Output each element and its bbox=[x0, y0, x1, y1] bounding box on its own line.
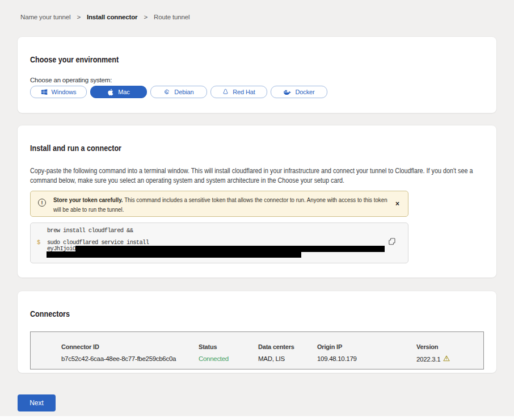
code-line-brew: brew install cloudflared && bbox=[47, 227, 133, 234]
install-connector-card: Install and run a connector Copy-paste t… bbox=[18, 125, 496, 278]
install-command-code-block: brew install cloudflared && $ sudo cloud… bbox=[30, 222, 408, 263]
column-header-connector-id: Connector ID bbox=[61, 343, 199, 350]
warning-text-line2: will be able to run the tunnel. bbox=[53, 205, 124, 215]
connectors-card: Connectors Connector ID Status Data cent… bbox=[18, 291, 496, 373]
close-icon[interactable]: × bbox=[395, 200, 399, 207]
install-description-line2: command below, make sure you select an o… bbox=[30, 176, 344, 186]
warning-text-line1: This command includes a sensitive token … bbox=[123, 196, 387, 203]
redacted-token-bar bbox=[75, 246, 385, 252]
choose-environment-card: Choose your environment Choose an operat… bbox=[18, 37, 496, 113]
breadcrumb-separator: > bbox=[77, 14, 81, 20]
breadcrumb-step-route-tunnel[interactable]: Route tunnel bbox=[154, 14, 189, 20]
windows-icon bbox=[41, 89, 48, 95]
environment-card-title: Choose your environment bbox=[30, 54, 484, 64]
install-card-title: Install and run a connector bbox=[30, 143, 484, 153]
os-button-label: Mac bbox=[118, 89, 129, 95]
breadcrumb-step-install-connector[interactable]: Install connector bbox=[87, 14, 137, 20]
install-card-title-text: Install and run a connector bbox=[30, 143, 121, 153]
column-header-version: Version bbox=[416, 343, 472, 350]
breadcrumb: Name your tunnel > Install connector > R… bbox=[0, 0, 514, 20]
os-button-label: Docker bbox=[295, 89, 314, 95]
docker-icon bbox=[283, 89, 291, 95]
column-header-data-centers: Data centers bbox=[258, 343, 317, 350]
redhat-icon bbox=[222, 89, 229, 95]
version-value: 2022.3.1 bbox=[416, 355, 472, 363]
column-header-status: Status bbox=[199, 343, 258, 350]
os-button-mac[interactable]: Mac bbox=[90, 86, 147, 98]
connector-id-value: b7c52c42-6caa-48ee-8c77-fbe259cb6c0a bbox=[61, 355, 199, 363]
os-button-label: Debian bbox=[174, 89, 193, 95]
origin-ip-value: 109.48.10.179 bbox=[317, 355, 416, 363]
alert-circle-icon: ! bbox=[38, 199, 46, 207]
copy-icon[interactable] bbox=[389, 238, 395, 247]
os-button-row: Windows Mac Debian Red Hat Docker bbox=[30, 86, 484, 98]
os-button-label: Windows bbox=[52, 89, 77, 95]
connectors-card-title: Connectors bbox=[30, 309, 484, 318]
column-header-origin-ip: Origin IP bbox=[317, 343, 416, 350]
breadcrumb-separator: > bbox=[144, 14, 148, 20]
shell-prompt: $ bbox=[37, 239, 40, 246]
data-centers-value: MAD, LIS bbox=[258, 355, 317, 363]
os-button-label: Red Hat bbox=[233, 89, 255, 95]
redacted-token-bar bbox=[47, 251, 301, 258]
breadcrumb-step-name-tunnel[interactable]: Name your tunnel bbox=[20, 14, 70, 20]
warning-bold-text: Store your token carefully. bbox=[53, 196, 123, 203]
status-value: Connected bbox=[199, 355, 258, 363]
os-select-label: Choose an operating system: bbox=[30, 77, 484, 83]
install-description: Copy-paste the following command into a … bbox=[30, 166, 484, 186]
debian-icon bbox=[163, 89, 170, 95]
connectors-card-title-text: Connectors bbox=[30, 309, 70, 318]
os-button-debian[interactable]: Debian bbox=[150, 86, 207, 98]
bottom-strip bbox=[0, 416, 514, 420]
connectors-table: Connector ID Status Data centers Origin … bbox=[30, 331, 484, 369]
next-button[interactable]: Next bbox=[18, 394, 56, 411]
os-button-docker[interactable]: Docker bbox=[271, 86, 327, 98]
os-button-redhat[interactable]: Red Hat bbox=[210, 86, 267, 98]
apple-icon bbox=[107, 89, 114, 96]
warning-triangle-icon bbox=[443, 355, 450, 363]
os-button-windows[interactable]: Windows bbox=[30, 86, 87, 98]
install-description-line1: Copy-paste the following command into a … bbox=[30, 166, 473, 176]
token-warning-banner: ! Store your token carefully. This comma… bbox=[30, 191, 408, 217]
environment-card-title-text: Choose your environment bbox=[30, 54, 119, 64]
version-number: 2022.3.1 bbox=[416, 356, 440, 363]
